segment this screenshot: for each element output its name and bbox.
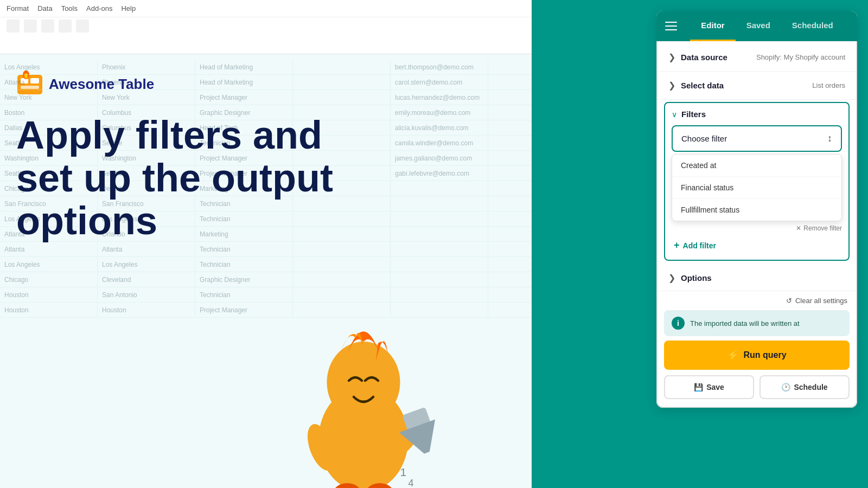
mascot: 1 4 5 C E bbox=[282, 277, 445, 483]
table-row: HoustonSan AntonioTechnician bbox=[0, 287, 532, 303]
table-cell: Project Manager bbox=[195, 303, 293, 317]
hamburger-line-1 bbox=[665, 22, 677, 23]
table-cell bbox=[391, 211, 488, 226]
options-label: Options bbox=[681, 273, 845, 282]
run-query-label: Run query bbox=[743, 350, 786, 360]
run-query-button[interactable]: ⚡ Run query bbox=[664, 341, 850, 370]
table-cell: lucas.hernandez@demo.com bbox=[391, 90, 488, 105]
hamburger-icon[interactable] bbox=[665, 18, 681, 34]
select-data-value: List orders bbox=[812, 81, 845, 89]
filters-section: ∨ Filters Choose filter ↕ Created at Fin… bbox=[664, 102, 850, 261]
table-cell: Atlanta bbox=[0, 242, 98, 256]
filters-chevron-down: ∨ bbox=[672, 110, 677, 119]
svg-text:4: 4 bbox=[409, 478, 414, 488]
tab-scheduled[interactable]: Scheduled bbox=[781, 11, 844, 41]
remove-filter-label: Remove filter bbox=[803, 224, 842, 232]
table-row: Los AngelesLos AngelesTechnician bbox=[0, 257, 532, 272]
data-source-label: Data source bbox=[681, 53, 751, 62]
save-button[interactable]: 💾 Save bbox=[664, 375, 754, 399]
sheets-toolbar: Format Data Tools Add-ons Help bbox=[0, 0, 532, 54]
save-label: Save bbox=[706, 383, 724, 391]
add-filter-row[interactable]: + Add filter bbox=[672, 234, 842, 253]
filter-option-fulfillment-status[interactable]: Fullfillment status bbox=[672, 199, 841, 221]
clear-settings-button[interactable]: ↺ Clear all settings bbox=[786, 297, 847, 305]
table-cell bbox=[391, 257, 488, 272]
table-cell: Phoenix bbox=[98, 75, 195, 89]
table-cell bbox=[293, 242, 391, 256]
data-source-value: Shopify: My Shopify account bbox=[756, 53, 845, 61]
toolbar-icons bbox=[0, 17, 532, 35]
top-sections: ❯ Data source Shopify: My Shopify accoun… bbox=[658, 41, 856, 102]
panel-header: Editor Saved Scheduled bbox=[656, 11, 857, 41]
filter-option-created-at[interactable]: Created at bbox=[672, 155, 841, 177]
table-cell: Project Manager bbox=[195, 90, 293, 105]
table-cell: james.galiano@demo.com bbox=[391, 151, 488, 165]
options-row[interactable]: ❯ Options bbox=[658, 265, 856, 291]
data-source-chevron: ❯ bbox=[668, 52, 675, 62]
filters-label: Filters bbox=[681, 110, 706, 119]
table-cell: Houston bbox=[0, 287, 98, 302]
table-cell: Los Angeles bbox=[0, 60, 98, 74]
toolbar-icon-3 bbox=[41, 20, 54, 33]
table-row: New YorkNew YorkProject Managerlucas.her… bbox=[0, 90, 532, 105]
svg-text:1: 1 bbox=[400, 466, 407, 478]
table-cell bbox=[293, 60, 391, 74]
choose-filter-dropdown[interactable]: Choose filter ↕ bbox=[672, 125, 842, 152]
toolbar-icon-5 bbox=[76, 20, 89, 33]
select-data-chevron: ❯ bbox=[668, 80, 675, 91]
remove-filter-row: ✕ Remove filter bbox=[672, 221, 842, 234]
save-icon: 💾 bbox=[694, 383, 703, 391]
add-filter-label: Add filter bbox=[683, 241, 716, 250]
data-source-row[interactable]: ❯ Data source Shopify: My Shopify accoun… bbox=[658, 43, 856, 72]
table-cell: Houston bbox=[98, 303, 195, 317]
filter-dropdown-container: Choose filter ↕ Created at Financial sta… bbox=[672, 125, 842, 234]
table-cell: Los Angeles bbox=[0, 257, 98, 272]
table-cell: alicia.kuvalis@demo.com bbox=[391, 120, 488, 135]
menu-help[interactable]: Help bbox=[121, 4, 136, 12]
options-chevron: ❯ bbox=[668, 273, 675, 283]
add-filter-plus-icon: + bbox=[674, 240, 680, 251]
menu-addons[interactable]: Add-ons bbox=[86, 4, 112, 12]
table-cell: Technician bbox=[195, 242, 293, 256]
bottom-buttons: 💾 Save 🕑 Schedule bbox=[664, 375, 850, 399]
table-row: Los AngelesPhoenixHead of Marketingbert.… bbox=[0, 60, 532, 75]
hero-heading: Apply filters and set up the output opti… bbox=[16, 114, 396, 243]
select-data-label: Select data bbox=[681, 81, 807, 90]
table-cell bbox=[391, 227, 488, 241]
menu-tools[interactable]: Tools bbox=[61, 4, 78, 12]
table-cell: camila.windler@demo.com bbox=[391, 136, 488, 150]
table-cell: Cleveland bbox=[98, 272, 195, 287]
panel-body: ❯ Data source Shopify: My Shopify accoun… bbox=[656, 41, 857, 408]
schedule-button[interactable]: 🕑 Schedule bbox=[760, 375, 850, 399]
table-cell: emily.moreau@demo.com bbox=[391, 105, 488, 120]
table-cell: San Antonio bbox=[98, 287, 195, 302]
clock-icon: 🕑 bbox=[781, 383, 790, 391]
hamburger-line-2 bbox=[665, 25, 677, 27]
tab-saved[interactable]: Saved bbox=[736, 11, 781, 41]
table-cell: Atlanta bbox=[0, 75, 98, 89]
table-cell: Phoenix bbox=[98, 60, 195, 74]
table-cell: Los Angeles bbox=[98, 257, 195, 272]
table-cell: bert.thompson@demo.com bbox=[391, 60, 488, 74]
select-data-row[interactable]: ❯ Select data List orders bbox=[658, 72, 856, 100]
menu-bar: Format Data Tools Add-ons Help bbox=[0, 0, 532, 17]
menu-format[interactable]: Format bbox=[7, 4, 29, 12]
refresh-icon: ↺ bbox=[786, 297, 792, 305]
menu-data[interactable]: Data bbox=[37, 4, 52, 12]
table-cell: Technician bbox=[195, 287, 293, 302]
filters-header: ∨ Filters bbox=[672, 110, 842, 119]
remove-filter-button[interactable]: ✕ Remove filter bbox=[796, 224, 842, 232]
hamburger-line-3 bbox=[665, 29, 677, 30]
table-cell: Technician bbox=[195, 257, 293, 272]
info-bar: i The imported data will be written at bbox=[664, 310, 850, 336]
info-text: The imported data will be written at bbox=[690, 319, 800, 328]
tab-editor[interactable]: Editor bbox=[690, 11, 735, 41]
table-cell: Atlanta bbox=[98, 242, 195, 256]
svg-point-8 bbox=[327, 342, 400, 423]
filter-dropdown-arrow: ↕ bbox=[827, 133, 832, 144]
lightning-icon: ⚡ bbox=[727, 349, 739, 361]
sheet-background: Format Data Tools Add-ons Help Awesome T… bbox=[0, 0, 532, 488]
table-cell: New York bbox=[98, 90, 195, 105]
remove-filter-icon: ✕ bbox=[796, 224, 801, 232]
filter-option-financial-status[interactable]: Financial status bbox=[672, 177, 841, 199]
